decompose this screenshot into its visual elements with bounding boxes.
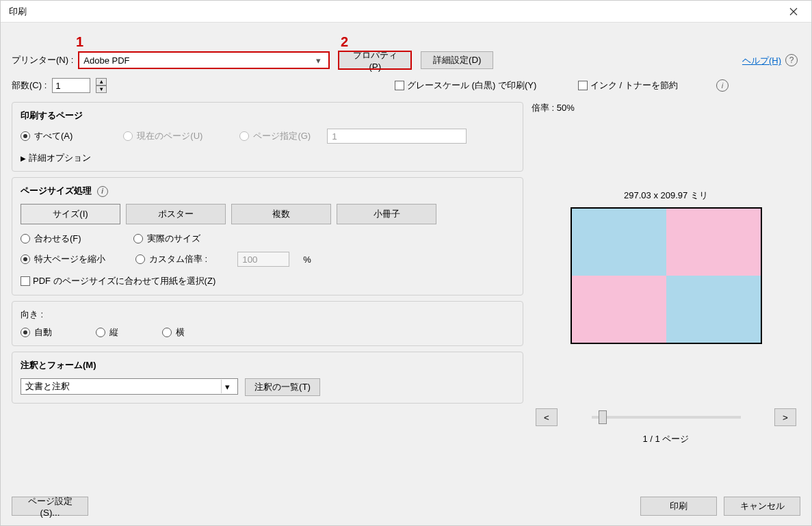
triangle-right-icon: ▶: [21, 155, 26, 162]
pages-all-label: すべて(A): [34, 130, 73, 142]
pages-range-label: ページ指定(G): [253, 130, 311, 142]
fit-label: 合わせる(F): [34, 233, 81, 245]
printer-label: プリンター(N) :: [12, 54, 73, 66]
advanced-settings-button[interactable]: 詳細設定(D): [421, 51, 493, 69]
multiple-button[interactable]: 複数: [231, 204, 331, 224]
custom-scale-label: カスタム倍率 :: [149, 253, 207, 265]
preview-slider[interactable]: [592, 416, 741, 419]
chevron-down-icon: ▾: [312, 55, 324, 66]
chevron-down-icon: ▾: [221, 380, 233, 393]
orientation-portrait-radio[interactable]: 縦: [96, 326, 118, 339]
pages-title: 印刷するページ: [21, 109, 514, 122]
preview-quadrant: [666, 209, 761, 276]
save-ink-label: インク / トナーを節約: [590, 79, 678, 92]
preview-quadrant: [666, 276, 761, 343]
booklet-button[interactable]: 小冊子: [337, 204, 436, 224]
radio-circle: [21, 254, 30, 264]
cancel-button[interactable]: キャンセル: [724, 497, 800, 516]
copies-input[interactable]: [52, 78, 90, 93]
orientation-auto-label: 自動: [34, 326, 52, 339]
pages-current-radio[interactable]: 現在のページ(U): [123, 130, 202, 142]
comments-title: 注釈とフォーム(M): [21, 359, 514, 371]
orientation-portrait-label: 縦: [109, 326, 118, 339]
radio-circle: [21, 131, 30, 141]
orientation-section: 向き : 自動 縦 横: [12, 301, 523, 346]
help-link[interactable]: ヘルプ(H): [742, 55, 781, 67]
comments-select[interactable]: 文書と注釈 ▾: [21, 378, 238, 395]
radio-circle: [21, 234, 30, 244]
actual-size-radio[interactable]: 実際のサイズ: [133, 233, 200, 245]
preview-scale-label: 倍率 : 50%: [532, 102, 800, 114]
radio-circle: [239, 131, 249, 141]
custom-scale-input[interactable]: [237, 252, 289, 267]
actual-size-label: 実際のサイズ: [147, 233, 200, 245]
save-ink-checkbox[interactable]: インク / トナーを節約: [578, 79, 678, 92]
percent-label: %: [303, 254, 311, 265]
radio-circle: [21, 328, 30, 337]
preview-image: [571, 207, 762, 344]
orientation-landscape-label: 横: [176, 326, 185, 339]
size-button[interactable]: サイズ(I): [21, 204, 120, 224]
poster-button[interactable]: ポスター: [126, 204, 226, 224]
detail-options-toggle[interactable]: ▶ 詳細オプション: [21, 152, 514, 164]
pdf-page-size-label: PDF のページサイズに合わせて用紙を選択(Z): [33, 275, 215, 287]
pages-current-label: 現在のページ(U): [137, 130, 202, 142]
titlebar: 印刷: [1, 1, 811, 23]
radio-circle: [162, 328, 172, 337]
checkbox-box: [578, 81, 588, 90]
sizing-title: ページサイズ処理 i: [21, 185, 514, 197]
copies-label: 部数(C) :: [12, 79, 47, 92]
orientation-landscape-radio[interactable]: 横: [162, 326, 185, 339]
copies-up-button[interactable]: ▲: [96, 78, 107, 86]
preview-quadrant: [572, 209, 666, 276]
fit-radio[interactable]: 合わせる(F): [21, 233, 81, 245]
print-button[interactable]: 印刷: [640, 497, 717, 516]
preview-dimensions: 297.03 x 209.97 ミリ: [532, 189, 800, 202]
radio-circle: [133, 234, 143, 244]
info-icon[interactable]: i: [716, 79, 729, 92]
copies-spinner: ▲ ▼: [96, 78, 107, 93]
grayscale-checkbox[interactable]: グレースケール (白黒) で印刷(Y): [395, 79, 536, 92]
pages-all-radio[interactable]: すべて(A): [21, 130, 73, 142]
pages-range-radio[interactable]: ページ指定(G): [239, 130, 311, 142]
radio-circle: [135, 254, 145, 264]
properties-button[interactable]: プロパティ(P): [339, 51, 411, 69]
info-icon[interactable]: i: [97, 186, 108, 197]
shrink-label: 特大ページを縮小: [34, 253, 105, 265]
pages-section: 印刷するページ すべて(A) 現在のページ(U) ページ指定(G): [12, 102, 523, 172]
radio-circle: [123, 131, 133, 141]
orientation-auto-radio[interactable]: 自動: [21, 326, 52, 339]
preview-prev-button[interactable]: <: [536, 408, 558, 426]
orientation-title: 向き :: [21, 308, 514, 321]
comments-section: 注釈とフォーム(M) 文書と注釈 ▾ 注釈の一覧(T): [12, 352, 523, 404]
printer-value: Adobe PDF: [83, 55, 129, 66]
preview-page-info: 1 / 1 ページ: [532, 433, 800, 445]
checkbox-box: [395, 81, 404, 90]
sizing-title-text: ページサイズ処理: [21, 185, 92, 196]
sizing-section: ページサイズ処理 i サイズ(I) ポスター 複数 小冊子 合わせる(F): [12, 177, 523, 295]
detail-options-label: 詳細オプション: [29, 152, 91, 164]
copies-down-button[interactable]: ▼: [96, 86, 107, 93]
comments-value: 文書と注釈: [25, 380, 70, 393]
shrink-radio[interactable]: 特大ページを縮小: [21, 253, 105, 265]
preview-next-button[interactable]: >: [774, 408, 796, 426]
page-setup-button[interactable]: ページ設定(S)...: [12, 497, 88, 516]
comments-list-button[interactable]: 注釈の一覧(T): [245, 378, 320, 396]
checkbox-box: [21, 276, 30, 286]
annotation-1: 1: [76, 34, 83, 50]
radio-circle: [96, 328, 105, 337]
close-icon: [789, 8, 798, 16]
preview-quadrant: [572, 276, 666, 343]
custom-scale-radio[interactable]: カスタム倍率 :: [135, 253, 207, 265]
grayscale-label: グレースケール (白黒) で印刷(Y): [407, 79, 536, 92]
window-title: 印刷: [9, 5, 27, 18]
pdf-page-size-checkbox[interactable]: PDF のページサイズに合わせて用紙を選択(Z): [21, 275, 215, 287]
printer-select[interactable]: Adobe PDF ▾: [79, 52, 329, 68]
close-button[interactable]: [778, 1, 809, 22]
help-icon[interactable]: ?: [785, 54, 798, 66]
slider-thumb[interactable]: [599, 410, 607, 424]
pages-range-input[interactable]: [327, 129, 467, 144]
annotation-2: 2: [341, 34, 348, 50]
